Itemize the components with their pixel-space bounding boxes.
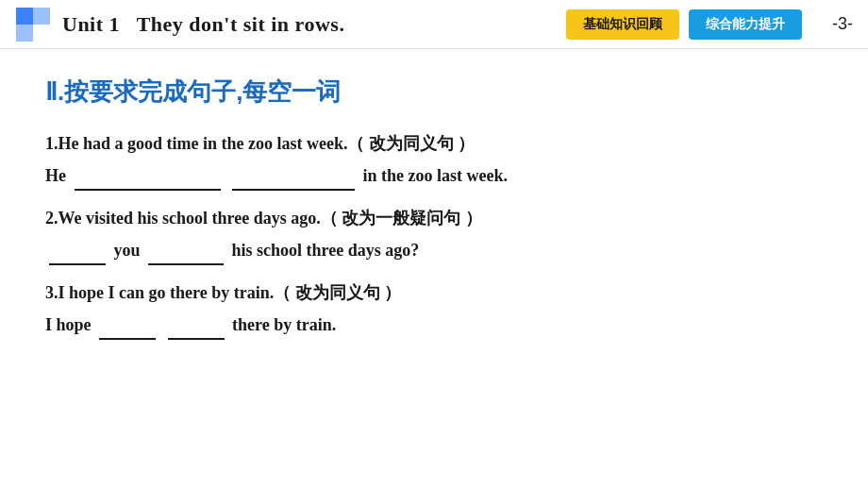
unit-label: Unit 1 [62,12,120,36]
question-2: 2.We visited his school three days ago.（… [45,204,823,265]
q1-blank-1 [75,187,221,191]
q1-ans-suffix: in the zoo last week. [363,166,508,185]
title-text: They don't sit in rows. [137,12,345,36]
header: Unit 1 They don't sit in rows. 基础知识回顾 综合… [0,0,868,49]
q2-original: 2.We visited his school three days ago.（… [45,209,482,228]
q3-original: 3.I hope I can go there by train.（ 改为同义句… [45,283,401,302]
q3-blank-2 [168,336,225,340]
question-3-text: 3.I hope I can go there by train.（ 改为同义句… [45,278,823,308]
question-2-answer: you his school three days ago? [45,235,823,265]
btn-comprehensive[interactable]: 综合能力提升 [689,9,802,40]
page-number: -3- [832,14,853,34]
q2-ans-you: you [114,241,145,260]
btn-basic-review[interactable]: 基础知识回顾 [566,9,679,40]
q1-blank-2 [232,187,355,191]
q2-ans-suffix: his school three days ago? [232,241,420,260]
question-1-text: 1.He had a good time in the zoo last wee… [45,129,823,159]
header-buttons: 基础知识回顾 综合能力提升 [566,9,802,40]
question-2-text: 2.We visited his school three days ago.（… [45,204,823,233]
question-1-answer: He in the zoo last week. [45,160,823,191]
logo-icon [16,8,50,42]
question-3-answer: I hope there by train. [45,310,823,340]
q3-blank-1 [99,336,156,340]
question-3: 3.I hope I can go there by train.（ 改为同义句… [45,278,823,340]
page-title: Unit 1 They don't sit in rows. [62,12,566,37]
main-content: Ⅱ.按要求完成句子,每空一词 1.He had a good time in t… [0,49,868,372]
q1-ans-prefix: He [45,166,66,185]
q2-blank-1 [49,261,106,265]
q2-blank-2 [148,261,224,265]
logo [15,7,51,42]
q3-ans-prefix: I hope [45,315,95,334]
q3-ans-suffix: there by train. [232,315,336,334]
q1-original: 1.He had a good time in the zoo last wee… [45,134,475,153]
question-1: 1.He had a good time in the zoo last wee… [45,129,823,191]
section-title: Ⅱ.按要求完成句子,每空一词 [45,76,823,109]
